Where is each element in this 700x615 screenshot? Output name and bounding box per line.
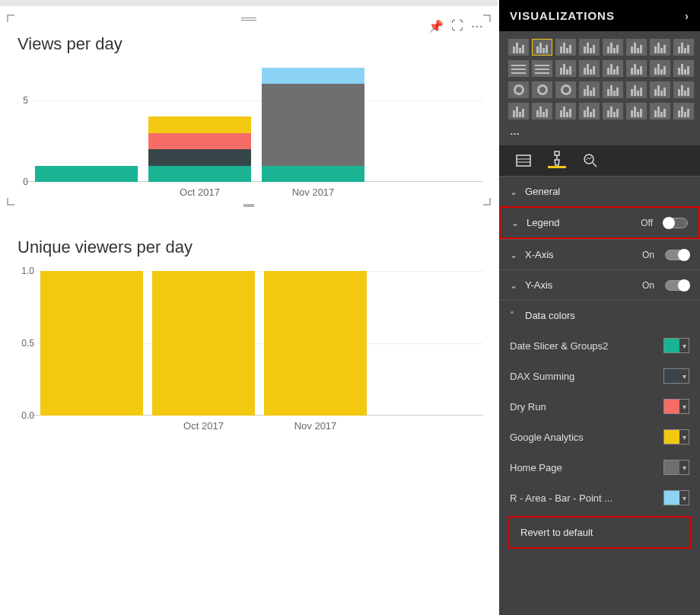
selection-corner[interactable]	[7, 198, 14, 206]
viz-type-icon[interactable]	[603, 81, 623, 98]
more-visuals-icon[interactable]: …	[508, 124, 694, 142]
bar-segment[interactable]	[262, 68, 364, 84]
viz-type-icon[interactable]	[508, 81, 529, 98]
revert-to-default-button[interactable]: Revert to default	[508, 516, 691, 549]
xaxis-toggle[interactable]	[665, 250, 689, 260]
svg-rect-3	[555, 151, 559, 155]
viz-type-icon[interactable]	[603, 103, 623, 119]
viz-type-icon[interactable]	[650, 60, 670, 77]
bar-segment[interactable]	[262, 166, 364, 182]
x-tick-label: Nov 2017	[262, 186, 364, 198]
viz-type-icon[interactable]	[650, 103, 670, 119]
analytics-tab-icon[interactable]	[581, 153, 600, 168]
viz-type-icon[interactable]	[603, 39, 623, 56]
viz-type-icon[interactable]	[532, 39, 552, 56]
format-tab-icon[interactable]	[548, 153, 566, 168]
y-tick-label: 0.5	[16, 338, 34, 349]
color-picker-button[interactable]: ▾	[663, 338, 689, 353]
series-name-label: Home Page	[510, 462, 657, 473]
chevron-down-icon: ▾	[679, 403, 689, 411]
bar-segment[interactable]	[40, 271, 143, 416]
bar-segment[interactable]	[262, 84, 364, 165]
chart-title: Unique viewers per day	[18, 237, 483, 257]
viz-type-icon[interactable]	[508, 103, 529, 119]
series-name-label: Dry Run	[510, 401, 657, 413]
series-name-label: Google Analytics	[510, 432, 657, 443]
chevron-down-icon: ⌄	[510, 186, 519, 197]
resize-handle-bottom[interactable]	[243, 204, 254, 207]
bar-segment[interactable]	[148, 166, 251, 182]
selection-corner[interactable]	[483, 14, 491, 22]
chevron-up-icon: ˄	[510, 311, 519, 321]
viz-type-icon[interactable]	[555, 60, 576, 77]
fields-tab-icon[interactable]	[514, 153, 533, 168]
bar-segment[interactable]	[148, 133, 251, 149]
viz-type-icon[interactable]	[508, 39, 529, 56]
pin-icon[interactable]: 📌	[428, 19, 444, 33]
color-picker-button[interactable]: ▾	[663, 460, 689, 475]
chevron-down-icon: ▾	[679, 342, 689, 350]
viz-type-icon[interactable]	[579, 103, 600, 119]
bar-segment[interactable]	[148, 149, 251, 165]
data-color-row: DAX Summing▾	[499, 361, 700, 391]
legend-toggle[interactable]	[663, 218, 688, 228]
format-section-xaxis[interactable]: ⌄ X-Axis On	[499, 239, 700, 269]
bar-segment[interactable]	[264, 271, 367, 416]
selection-corner[interactable]	[7, 14, 14, 22]
selection-corner[interactable]	[483, 198, 491, 206]
svg-rect-0	[517, 155, 530, 166]
viz-type-icon[interactable]	[579, 60, 600, 77]
yaxis-toggle[interactable]	[665, 280, 689, 291]
viz-type-icon[interactable]	[532, 60, 552, 77]
x-tick-label	[35, 186, 138, 198]
x-tick-label: Nov 2017	[264, 420, 367, 432]
bar-segment[interactable]	[148, 116, 251, 132]
format-section-general[interactable]: ⌄ General	[499, 176, 700, 206]
color-picker-button[interactable]: ▾	[663, 368, 689, 384]
viz-type-icon[interactable]	[555, 39, 576, 56]
report-canvas[interactable]: 📌 ⛶ ⋯ Views per day 05 Oct 2017Nov 2017 …	[0, 0, 498, 615]
more-options-icon[interactable]: ⋯	[471, 19, 483, 33]
viz-type-icon[interactable]	[673, 60, 694, 77]
x-tick-label	[376, 420, 479, 432]
viz-type-icon[interactable]	[626, 81, 647, 98]
format-section-legend[interactable]: ⌄ Legend Off	[499, 206, 700, 239]
data-color-row: Dry Run▾	[499, 391, 700, 422]
viz-type-icon[interactable]	[673, 39, 694, 56]
viz-type-icon[interactable]	[673, 81, 694, 98]
viz-type-icon[interactable]	[579, 81, 600, 98]
color-picker-button[interactable]: ▾	[663, 399, 689, 414]
color-picker-button[interactable]: ▾	[663, 429, 689, 445]
chart-tile-unique-viewers[interactable]: Unique viewers per day 0.00.51.0 Oct 201…	[6, 217, 492, 440]
chevron-down-icon: ⌄	[510, 250, 519, 260]
viz-type-icon[interactable]	[673, 103, 694, 119]
chart-tile-views-per-day[interactable]: 📌 ⛶ ⋯ Views per day 05 Oct 2017Nov 2017	[6, 14, 492, 206]
format-section-yaxis[interactable]: ⌄ Y-Axis On	[499, 269, 700, 300]
format-section-datacolors[interactable]: ˄ Data colors	[499, 300, 700, 330]
viz-type-icon[interactable]	[626, 103, 647, 119]
y-tick-label: 0	[16, 177, 28, 187]
viz-type-icon[interactable]	[626, 60, 647, 77]
viz-type-icon[interactable]	[532, 81, 552, 98]
data-color-row: Home Page▾	[499, 452, 700, 483]
bar-segment[interactable]	[152, 271, 255, 416]
viz-type-icon[interactable]	[650, 39, 670, 56]
drag-grip-icon[interactable]	[241, 18, 256, 21]
chart-title: Views per day	[18, 34, 483, 54]
viz-type-icon[interactable]	[603, 60, 623, 77]
viz-type-icon[interactable]	[650, 81, 670, 98]
viz-type-icon[interactable]	[508, 60, 529, 77]
viz-type-icon[interactable]	[555, 81, 576, 98]
panel-header[interactable]: VISUALIZATIONS ›	[499, 0, 700, 31]
app-topbar	[0, 0, 498, 6]
viz-type-icon[interactable]	[532, 103, 552, 119]
color-picker-button[interactable]: ▾	[663, 490, 689, 505]
bar-segment[interactable]	[35, 166, 138, 182]
x-tick-label	[40, 420, 143, 432]
viz-type-icon[interactable]	[626, 39, 647, 56]
viz-type-icon[interactable]	[555, 103, 576, 119]
svg-point-5	[584, 155, 593, 164]
chevron-right-icon[interactable]: ›	[685, 9, 689, 22]
viz-type-icon[interactable]	[579, 39, 600, 56]
focus-mode-icon[interactable]: ⛶	[451, 19, 463, 33]
